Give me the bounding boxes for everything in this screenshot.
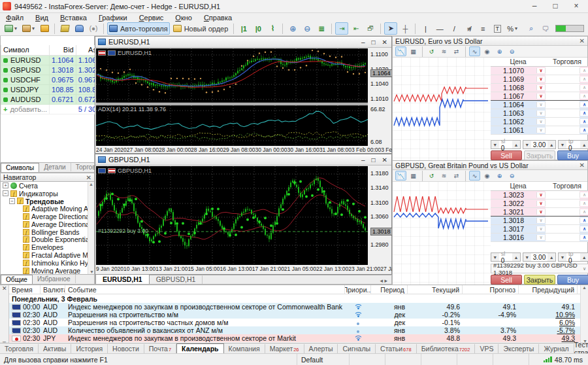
zoom-out-button[interactable]: ⊖ (506, 171, 517, 181)
close-position-button[interactable]: Закрыть (524, 275, 555, 285)
price-chart-area[interactable]: EURUSD,H1 (96, 48, 368, 103)
tab-scroll-left-icon[interactable]: ◂ (380, 277, 383, 284)
scroll-up-icon[interactable]: ▲ (88, 182, 94, 186)
col-symbol[interactable]: Символ (1, 45, 50, 55)
time-axis[interactable]: 9 Jan 202010 Jan 13:0013 Jan 21:00 15 Ja… (96, 266, 368, 273)
price-chart-area[interactable]: GBPUSD,H1 #11392292 buy 3.00 (96, 166, 368, 265)
chart-view-button[interactable]: 📉 (395, 46, 406, 56)
crosshair-button[interactable]: ┼ (399, 22, 412, 35)
col-time[interactable]: Время (9, 285, 41, 294)
navigator-scrollbar[interactable]: ▲▼ (88, 182, 94, 274)
table-row[interactable]: USDCHF 0.96750.9678 (1, 75, 103, 84)
dom-row-buy[interactable]: 1.1061∨∧ (491, 126, 588, 135)
zoom-in-button[interactable]: ⊕ (494, 46, 505, 56)
tick-chart-button[interactable]: ∿ (469, 46, 480, 56)
maximize-icon[interactable]: □ (372, 39, 376, 46)
up-chevron-icon[interactable]: ∧ (580, 68, 588, 73)
tab-details[interactable]: Детали (39, 163, 71, 171)
sl-stepper[interactable]: ▼sl 0▲ (491, 252, 521, 262)
collapse-icon[interactable]: − (3, 190, 8, 196)
cursor-button[interactable]: ➤ (384, 22, 397, 35)
time-axis[interactable]: 24 Jan 202027 Jan 08:0028 Jan 00:00 28 J… (96, 147, 368, 154)
deposit-button[interactable] (58, 22, 71, 35)
decrement-icon[interactable]: ▼ (559, 141, 566, 148)
buy-chevron-icon[interactable]: ∧ (580, 235, 588, 240)
col-bid[interactable]: Bid (50, 45, 76, 55)
broadcast-button[interactable]: (●) (87, 22, 100, 35)
price-scale[interactable]: 1.3180 1.3140 1.3100 1.3060 1.2980 1.301… (368, 165, 391, 265)
table-row[interactable]: AUDUSD 0.67210.6724 (1, 94, 103, 104)
status-latency[interactable]: 48.70 ms (544, 356, 588, 364)
position-selector[interactable]: #11392292 buy 3.00 GBPUSD 1.3018∨ (491, 264, 588, 273)
increment-icon[interactable]: ▲ (547, 253, 555, 261)
dom-row-sell[interactable]: 1.1069∨∧ (491, 75, 588, 84)
new-chart-button[interactable]: ▾ (3, 22, 19, 35)
status-profile[interactable]: Default (297, 354, 350, 365)
col-forecast[interactable]: Прогноз (463, 285, 519, 294)
chart-tab-gbpusd[interactable]: GBPUSD,H1 (150, 275, 203, 284)
up-chevron-icon[interactable]: ∧ (580, 77, 588, 82)
sell-chevron-icon[interactable]: ∨ (536, 94, 546, 99)
menu-view[interactable]: Вид (29, 14, 54, 22)
dom-row-sell[interactable]: 1.3022∨∧ (491, 200, 588, 208)
buy-button[interactable]: Buy (557, 275, 588, 285)
new-order-button[interactable]: Новый ордер (171, 22, 231, 35)
tree-item-indicator[interactable]: fBollinger Bands (1, 228, 94, 236)
col-event[interactable]: Событие (65, 285, 345, 294)
tab-mail[interactable]: Почта7 (144, 344, 176, 353)
chat-button[interactable]: 🗨 (539, 22, 552, 35)
tab-calendar[interactable]: Календарь (176, 343, 223, 354)
dom-row-buy[interactable]: 1.1064∨∧ (491, 101, 588, 109)
col-priority[interactable]: Приори... (345, 285, 371, 294)
menu-file[interactable]: Файл (0, 14, 29, 22)
tab-favorites[interactable]: Избранное (33, 275, 76, 283)
tree-item-indicator[interactable]: fAverage Directional (1, 220, 94, 228)
up-chevron-icon[interactable]: ∧ (580, 209, 588, 215)
sell-chevron-icon[interactable]: ∨ (536, 209, 546, 215)
calendar-scrollbar[interactable]: ▲▼ (580, 285, 588, 343)
dom-row-sell[interactable]: 1.3021∨∧ (491, 208, 588, 217)
chart-tab-eurusd[interactable]: EURUSD,H1 (95, 274, 150, 284)
calendar-row[interactable]: 02:30 JPY Индекс менеджеров по закупкам … (9, 334, 580, 342)
close-position-button[interactable]: Закрыть (524, 150, 555, 160)
dom-row-sell[interactable]: 1.1068∨∧ (491, 84, 588, 92)
down-chevron-icon[interactable]: ∨ (536, 119, 546, 124)
buy-button[interactable]: Buy (557, 150, 588, 160)
increment-icon[interactable]: ▲ (547, 141, 555, 148)
search-button[interactable]: ⌕ (525, 22, 538, 35)
sell-chevron-icon[interactable]: ∨ (536, 68, 546, 73)
horizontal-line-button[interactable]: — (433, 22, 446, 35)
dom-row-sell[interactable]: 1.1070∨∧ (491, 67, 588, 75)
text-button[interactable]: T (491, 22, 504, 35)
table-view-button[interactable]: ▦ (408, 171, 419, 181)
close-button[interactable]: × (566, 1, 587, 12)
increment-icon[interactable]: ▲ (580, 253, 588, 261)
close-icon[interactable]: ✕ (580, 162, 585, 169)
menu-tools[interactable]: Сервис (133, 14, 170, 22)
down-chevron-icon[interactable]: ∨ (536, 226, 546, 232)
sell-chevron-icon[interactable]: ∨ (536, 77, 546, 82)
tick-chart[interactable] (393, 58, 491, 160)
refresh-button[interactable]: ↺ (426, 46, 437, 56)
increment-icon[interactable]: ▲ (580, 141, 588, 148)
tree-item-indicator[interactable]: fFractal Adaptive Mo (1, 251, 94, 259)
tab-assets[interactable]: Активы (39, 344, 72, 353)
transfer-button[interactable]: ⇄ (451, 46, 462, 56)
scroll-up-icon[interactable]: ▲ (581, 285, 588, 290)
menu-help[interactable]: Справка (198, 14, 238, 22)
down-chevron-icon[interactable]: ∨ (536, 218, 546, 223)
tab-journal[interactable]: Журнал (539, 344, 574, 353)
close-icon[interactable]: ✕ (86, 174, 91, 181)
sell-chevron-icon[interactable]: ∨ (536, 85, 546, 90)
arrows-button[interactable]: %▾ (505, 22, 519, 35)
menu-window[interactable]: Окно (169, 14, 198, 22)
up-chevron-icon[interactable]: ∧ (580, 201, 588, 206)
tree-item-indicator[interactable]: fMoving Average (1, 267, 94, 275)
transfer-button[interactable]: ⇄ (451, 171, 462, 181)
community-button[interactable] (73, 22, 86, 35)
tab-market[interactable]: Маркет26 (265, 344, 304, 353)
refresh-button[interactable]: ↺ (426, 171, 437, 181)
decrement-icon[interactable]: ▼ (559, 253, 566, 261)
dom-row-sell[interactable]: 1.3023∨∧ (491, 191, 588, 200)
tree-item-indicator[interactable]: fEnvelopes (1, 243, 94, 251)
